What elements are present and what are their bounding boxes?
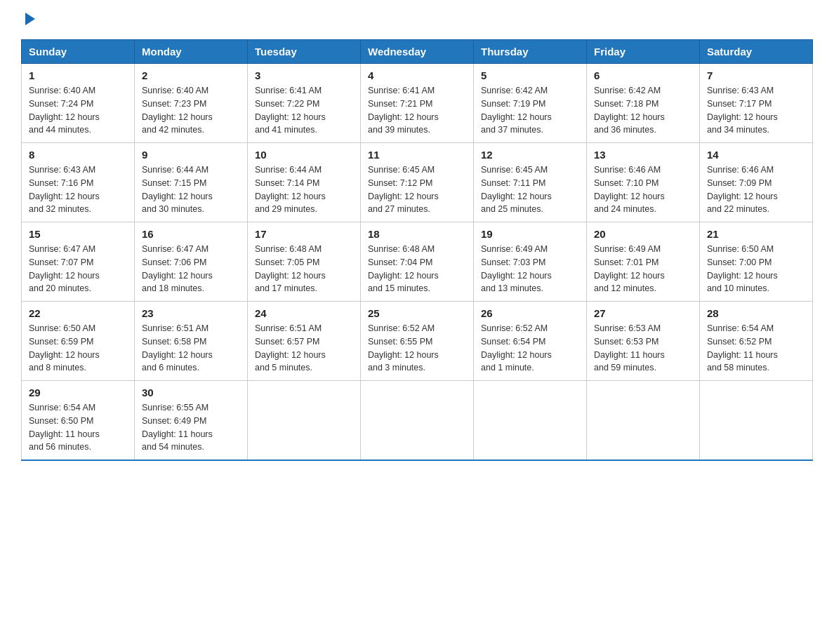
day-number: 1 [29, 69, 127, 81]
calendar-cell: 28Sunrise: 6:54 AMSunset: 6:52 PMDayligh… [700, 302, 813, 381]
day-number: 7 [707, 69, 805, 81]
calendar-week-row: 1Sunrise: 6:40 AMSunset: 7:24 PMDaylight… [22, 64, 813, 143]
calendar-cell: 22Sunrise: 6:50 AMSunset: 6:59 PMDayligh… [22, 302, 135, 381]
day-info: Sunrise: 6:47 AMSunset: 7:06 PMDaylight:… [142, 243, 240, 295]
day-number: 27 [594, 307, 692, 319]
page-header [21, 14, 813, 27]
day-number: 30 [142, 387, 240, 398]
calendar-cell: 8Sunrise: 6:43 AMSunset: 7:16 PMDaylight… [22, 143, 135, 222]
column-header-tuesday: Tuesday [248, 40, 361, 64]
day-number: 8 [29, 149, 127, 161]
calendar-cell: 14Sunrise: 6:46 AMSunset: 7:09 PMDayligh… [700, 143, 813, 222]
day-number: 2 [142, 69, 240, 81]
column-header-friday: Friday [587, 40, 700, 64]
calendar-week-row: 29Sunrise: 6:54 AMSunset: 6:50 PMDayligh… [22, 381, 813, 461]
day-info: Sunrise: 6:49 AMSunset: 7:03 PMDaylight:… [481, 243, 579, 295]
day-info: Sunrise: 6:42 AMSunset: 7:18 PMDaylight:… [594, 84, 692, 137]
day-number: 22 [29, 307, 127, 319]
calendar-cell: 2Sunrise: 6:40 AMSunset: 7:23 PMDaylight… [135, 64, 248, 143]
calendar-cell: 23Sunrise: 6:51 AMSunset: 6:58 PMDayligh… [135, 302, 248, 381]
day-info: Sunrise: 6:41 AMSunset: 7:22 PMDaylight:… [255, 84, 353, 137]
svg-marker-0 [25, 13, 35, 25]
day-number: 21 [707, 228, 805, 240]
day-info: Sunrise: 6:53 AMSunset: 6:53 PMDaylight:… [594, 322, 692, 375]
day-number: 4 [368, 69, 466, 81]
calendar-cell: 5Sunrise: 6:42 AMSunset: 7:19 PMDaylight… [474, 64, 587, 143]
day-info: Sunrise: 6:49 AMSunset: 7:01 PMDaylight:… [594, 243, 692, 295]
calendar-cell: 11Sunrise: 6:45 AMSunset: 7:12 PMDayligh… [361, 143, 474, 222]
day-info: Sunrise: 6:54 AMSunset: 6:50 PMDaylight:… [29, 401, 127, 454]
day-number: 24 [255, 307, 353, 319]
calendar-cell: 4Sunrise: 6:41 AMSunset: 7:21 PMDaylight… [361, 64, 474, 143]
calendar-week-row: 15Sunrise: 6:47 AMSunset: 7:07 PMDayligh… [22, 222, 813, 302]
day-number: 20 [594, 228, 692, 240]
day-info: Sunrise: 6:47 AMSunset: 7:07 PMDaylight:… [29, 243, 127, 295]
column-header-sunday: Sunday [22, 40, 135, 64]
calendar-cell: 24Sunrise: 6:51 AMSunset: 6:57 PMDayligh… [248, 302, 361, 381]
calendar-cell [361, 381, 474, 461]
day-number: 12 [481, 149, 579, 161]
calendar-cell: 27Sunrise: 6:53 AMSunset: 6:53 PMDayligh… [587, 302, 700, 381]
calendar-cell [474, 381, 587, 461]
day-info: Sunrise: 6:48 AMSunset: 7:04 PMDaylight:… [368, 243, 466, 295]
calendar-cell: 6Sunrise: 6:42 AMSunset: 7:18 PMDaylight… [587, 64, 700, 143]
day-number: 14 [707, 149, 805, 161]
column-header-thursday: Thursday [474, 40, 587, 64]
day-number: 5 [481, 69, 579, 81]
day-number: 10 [255, 149, 353, 161]
day-info: Sunrise: 6:45 AMSunset: 7:11 PMDaylight:… [481, 163, 579, 216]
calendar-week-row: 22Sunrise: 6:50 AMSunset: 6:59 PMDayligh… [22, 302, 813, 381]
calendar-table: SundayMondayTuesdayWednesdayThursdayFrid… [21, 39, 813, 461]
column-header-saturday: Saturday [700, 40, 813, 64]
calendar-cell: 9Sunrise: 6:44 AMSunset: 7:15 PMDaylight… [135, 143, 248, 222]
calendar-cell: 21Sunrise: 6:50 AMSunset: 7:00 PMDayligh… [700, 222, 813, 302]
day-number: 25 [368, 307, 466, 319]
day-number: 23 [142, 307, 240, 319]
logo [21, 14, 38, 27]
day-number: 13 [594, 149, 692, 161]
day-info: Sunrise: 6:54 AMSunset: 6:52 PMDaylight:… [707, 322, 805, 375]
day-info: Sunrise: 6:45 AMSunset: 7:12 PMDaylight:… [368, 163, 466, 216]
calendar-cell: 17Sunrise: 6:48 AMSunset: 7:05 PMDayligh… [248, 222, 361, 302]
day-info: Sunrise: 6:55 AMSunset: 6:49 PMDaylight:… [142, 401, 240, 454]
day-number: 9 [142, 149, 240, 161]
column-header-monday: Monday [135, 40, 248, 64]
calendar-cell [248, 381, 361, 461]
day-info: Sunrise: 6:41 AMSunset: 7:21 PMDaylight:… [368, 84, 466, 137]
column-header-wednesday: Wednesday [361, 40, 474, 64]
calendar-cell: 18Sunrise: 6:48 AMSunset: 7:04 PMDayligh… [361, 222, 474, 302]
day-number: 15 [29, 228, 127, 240]
day-number: 28 [707, 307, 805, 319]
day-info: Sunrise: 6:51 AMSunset: 6:58 PMDaylight:… [142, 322, 240, 375]
calendar-cell: 7Sunrise: 6:43 AMSunset: 7:17 PMDaylight… [700, 64, 813, 143]
day-info: Sunrise: 6:50 AMSunset: 6:59 PMDaylight:… [29, 322, 127, 375]
day-number: 3 [255, 69, 353, 81]
calendar-cell: 1Sunrise: 6:40 AMSunset: 7:24 PMDaylight… [22, 64, 135, 143]
calendar-header-row: SundayMondayTuesdayWednesdayThursdayFrid… [22, 40, 813, 64]
logo-arrow-icon [22, 11, 38, 27]
day-info: Sunrise: 6:43 AMSunset: 7:17 PMDaylight:… [707, 84, 805, 137]
calendar-cell: 19Sunrise: 6:49 AMSunset: 7:03 PMDayligh… [474, 222, 587, 302]
day-number: 16 [142, 228, 240, 240]
day-info: Sunrise: 6:48 AMSunset: 7:05 PMDaylight:… [255, 243, 353, 295]
day-info: Sunrise: 6:51 AMSunset: 6:57 PMDaylight:… [255, 322, 353, 375]
calendar-cell: 20Sunrise: 6:49 AMSunset: 7:01 PMDayligh… [587, 222, 700, 302]
calendar-cell: 29Sunrise: 6:54 AMSunset: 6:50 PMDayligh… [22, 381, 135, 461]
calendar-cell [700, 381, 813, 461]
calendar-cell: 25Sunrise: 6:52 AMSunset: 6:55 PMDayligh… [361, 302, 474, 381]
calendar-cell [587, 381, 700, 461]
day-info: Sunrise: 6:52 AMSunset: 6:55 PMDaylight:… [368, 322, 466, 375]
calendar-cell: 13Sunrise: 6:46 AMSunset: 7:10 PMDayligh… [587, 143, 700, 222]
calendar-cell: 15Sunrise: 6:47 AMSunset: 7:07 PMDayligh… [22, 222, 135, 302]
day-number: 17 [255, 228, 353, 240]
calendar-cell: 16Sunrise: 6:47 AMSunset: 7:06 PMDayligh… [135, 222, 248, 302]
calendar-cell: 26Sunrise: 6:52 AMSunset: 6:54 PMDayligh… [474, 302, 587, 381]
day-info: Sunrise: 6:44 AMSunset: 7:15 PMDaylight:… [142, 163, 240, 216]
day-info: Sunrise: 6:50 AMSunset: 7:00 PMDaylight:… [707, 243, 805, 295]
day-number: 26 [481, 307, 579, 319]
day-number: 6 [594, 69, 692, 81]
day-info: Sunrise: 6:46 AMSunset: 7:10 PMDaylight:… [594, 163, 692, 216]
calendar-cell: 30Sunrise: 6:55 AMSunset: 6:49 PMDayligh… [135, 381, 248, 461]
day-number: 11 [368, 149, 466, 161]
day-number: 29 [29, 387, 127, 398]
